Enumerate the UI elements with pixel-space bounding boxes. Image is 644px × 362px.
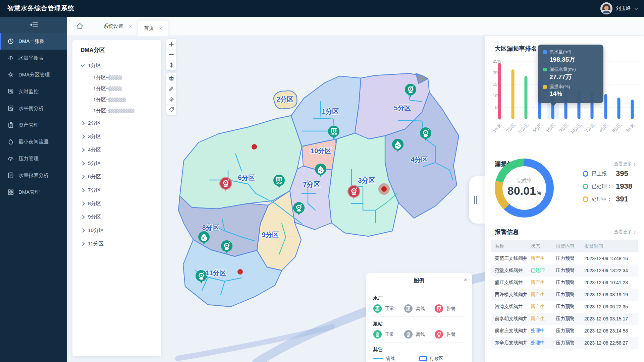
tree-node-3分区[interactable]: 3分区 — [72, 130, 161, 143]
alarm-row-7[interactable]: 侯家庄支线阀井处理中压力预警2023-12-08 23:14:58 — [491, 325, 638, 337]
svg-text:2分区: 2分区 — [505, 122, 517, 133]
gauge-icon — [7, 155, 14, 162]
alarm-table-header: 名称状态报警内容报警时间 — [491, 240, 638, 252]
tag-icon[interactable] — [166, 105, 176, 115]
status-badge: 新产生 — [531, 280, 556, 286]
legend-item-行政区: 行政区 — [419, 356, 466, 362]
clipboard-icon — [7, 122, 14, 128]
alarm-row-4[interactable]: 西许楼支线阀井新产生压力预警2023-12-09 08:19:19 — [491, 289, 638, 301]
map-tool-controls — [166, 73, 176, 115]
bar-4分区[interactable] — [604, 94, 607, 119]
tree-title: DMA分区 — [80, 46, 161, 54]
marker-dot-halo[interactable] — [378, 183, 390, 195]
sidebar-item-6[interactable]: 资产管理 — [0, 117, 67, 133]
home-icon[interactable] — [76, 22, 84, 32]
sidebar-item-8[interactable]: 压力管理 — [0, 150, 67, 167]
river-branch — [178, 327, 332, 358]
stats-panel: 大区漏损率排名 25%20%15%10%5%01分区2分区11分区5分区1分区9… — [485, 36, 644, 362]
plant-icon — [404, 304, 413, 313]
tooltip-item: 漏损率(%)14% — [543, 84, 598, 98]
alarms-more-link[interactable]: 查看更多› — [614, 229, 636, 235]
status-badge: 处理中 — [531, 340, 556, 346]
alarm-row-2[interactable]: 范堂支线阀井已处理压力预警2023-12-09 13:22:34 — [491, 264, 638, 277]
close-icon[interactable]: × — [129, 23, 132, 29]
pump-icon — [434, 330, 443, 339]
zoom-in-icon[interactable] — [166, 39, 176, 50]
user-menu[interactable]: 刘玉峰 — [600, 0, 638, 17]
tooltip-arrow — [550, 103, 556, 106]
bar-2分区[interactable] — [512, 69, 515, 119]
alarm-row-3[interactable]: 盛庄支线阀井新产生压力预警2023-12-09 10:41:23 — [491, 277, 638, 289]
svg-text:5分区: 5分区 — [532, 122, 543, 133]
svg-text:9分区: 9分区 — [558, 122, 570, 133]
svg-text:1分区: 1分区 — [545, 122, 556, 133]
tree-leaf-1分区-1[interactable]: 1分区- — [72, 72, 161, 83]
bar-8分区[interactable] — [618, 98, 621, 119]
close-icon[interactable]: × — [159, 25, 162, 31]
svg-text:7分区: 7分区 — [585, 122, 596, 133]
status-badge: 新产生 — [531, 292, 556, 298]
sidebar-item-10[interactable]: DMA管理 — [0, 184, 67, 200]
tree-leaf-1分区-4[interactable]: 1分区- — [72, 105, 161, 116]
tree-node-6分区[interactable]: 6分区 — [72, 170, 161, 183]
legend-section-其它: 其它管线行政区 — [373, 343, 465, 362]
close-icon[interactable]: × — [464, 276, 467, 284]
tree-node-8分区[interactable]: 8分区 — [72, 197, 161, 210]
tree-node-1分区[interactable]: 1分区 — [72, 59, 161, 72]
app-title: 智慧水务综合管理系统 — [7, 4, 74, 13]
tree-node-7分区[interactable]: 7分区 — [72, 183, 161, 197]
svg-text:8分区: 8分区 — [611, 122, 623, 133]
tree-node-4分区[interactable]: 4分区 — [72, 143, 161, 157]
marker-dot[interactable] — [252, 144, 257, 149]
alarm-row-6[interactable]: 前李胡支线阀井新产生压力预警2023-12-09 03:15:17 — [491, 313, 638, 325]
layers-icon[interactable] — [166, 73, 176, 84]
sidebar-item-9[interactable]: 水量报表分析 — [0, 167, 67, 184]
bar-3分区[interactable] — [631, 100, 634, 119]
sidebar-item-5[interactable]: 水平衡分析 — [0, 100, 67, 117]
sidebar-menu: DMA一张图水量平衡表DMA分区管理实时监控水平衡分析资产管理最小夜间流量压力管… — [0, 33, 67, 200]
tooltip-item: 供水量(m³)198.35万 — [543, 49, 598, 64]
donut-center-value: 80.01% — [507, 185, 541, 199]
tree-leaf-1分区-3[interactable]: 1分区- — [72, 94, 161, 105]
alarm-row-8[interactable]: 东辛店支线阀井处理中压力预警2023-12-08 22:58:27 — [491, 337, 638, 349]
sidebar-item-3[interactable]: DMA分区管理 — [0, 66, 67, 83]
chart-tooltip: 供水量(m³)198.35万漏损水量(m³)27.77万漏损率(%)14% — [538, 45, 603, 103]
map-canvas[interactable]: 2分区1分区5分区10分区6分区7分区3分区4分区8分区9分区11分区 DMA分… — [67, 36, 485, 362]
sidebar: DMA一张图水量平衡表DMA分区管理实时监控水平衡分析资产管理最小夜间流量压力管… — [0, 17, 67, 362]
tab-首页[interactable]: 首页× — [138, 20, 168, 36]
panel-collapse-handle[interactable] — [469, 176, 485, 224]
svg-text:3分区: 3分区 — [625, 122, 636, 133]
chevron-right-icon — [80, 215, 85, 219]
task-stat-已上报: 已上报：395 — [583, 167, 632, 180]
marker-dot[interactable] — [237, 269, 243, 275]
sidebar-item-2[interactable]: 水量平衡表 — [0, 50, 67, 66]
chevron-right-icon: › — [634, 162, 636, 166]
tree-leaf-1分区-2[interactable]: 1分区- — [72, 83, 161, 94]
tree-node-11分区[interactable]: 11分区 — [72, 237, 161, 250]
chevron-right-icon — [80, 228, 85, 233]
chevron-right-icon — [80, 148, 85, 152]
alarm-row-5[interactable]: 河湾支线阀井新产生压力预警2023-12-09 06:22:35 — [491, 301, 638, 313]
legend-item-离线: 离线 — [404, 304, 435, 313]
status-badge: 新产生 — [531, 304, 556, 310]
alarm-row-1[interactable]: 黄范庄支线阀井新产生压力预警2023-12-09 15:48:16 — [491, 252, 638, 264]
zoom-out-icon[interactable] — [166, 50, 176, 60]
tab-系统设置[interactable]: 系统设置× — [97, 17, 138, 36]
tree-node-2分区[interactable]: 2分区 — [72, 116, 161, 130]
sidebar-item-7[interactable]: 最小夜间流量 — [0, 133, 67, 150]
tasks-more-link[interactable]: 查看更多› — [614, 161, 636, 167]
user-name: 刘玉峰 — [616, 5, 631, 12]
bar-1分区[interactable] — [498, 63, 501, 119]
locate-icon[interactable] — [166, 60, 176, 70]
tree-node-9分区[interactable]: 9分区 — [72, 210, 161, 224]
sidebar-item-1[interactable]: DMA一张图 — [0, 33, 67, 50]
sidebar-collapse-button[interactable] — [0, 17, 67, 33]
sidebar-item-4[interactable]: 实时监控 — [0, 83, 67, 100]
tree-node-5分区[interactable]: 5分区 — [72, 157, 161, 170]
tree-node-10分区[interactable]: 10分区 — [72, 224, 161, 237]
bar-11分区[interactable] — [525, 76, 528, 119]
target-icon[interactable] — [166, 94, 176, 105]
tooltip-item: 漏损水量(m³)27.77万 — [543, 66, 598, 81]
measure-icon[interactable] — [166, 84, 176, 94]
pump-icon — [373, 330, 382, 339]
